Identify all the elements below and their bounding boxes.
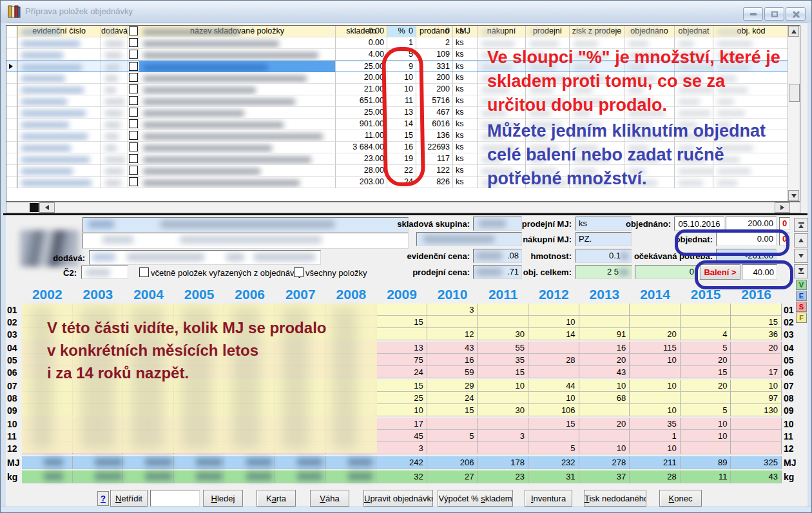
cell-nazev[interactable] <box>139 165 336 177</box>
scroll-right-button[interactable] <box>775 202 790 213</box>
row-selector[interactable] <box>6 26 17 37</box>
row-checkbox[interactable] <box>129 108 138 117</box>
cell-dodava[interactable] <box>101 61 128 72</box>
cell-dodava[interactable] <box>101 49 128 61</box>
scroll-down-button[interactable] <box>788 190 799 201</box>
row-checkbox[interactable] <box>129 177 138 186</box>
cell-skladem[interactable]: 23.00 <box>336 153 387 165</box>
cell-skladem[interactable]: 0.00 <box>336 26 387 37</box>
toolbar-button-7[interactable]: Inventura <box>525 490 572 507</box>
side-button-e[interactable]: E <box>796 291 807 301</box>
cell-nazev[interactable] <box>139 61 336 72</box>
cell-nazev[interactable] <box>139 37 336 49</box>
cell-dodava[interactable] <box>101 72 128 84</box>
excluded-items-checkbox[interactable] <box>139 267 149 277</box>
cell-prodano[interactable]: 0 <box>416 26 453 37</box>
cell-blurred[interactable] <box>624 26 675 37</box>
cell-evidencni-cislo[interactable] <box>17 72 101 84</box>
scroll-left-button[interactable] <box>39 202 55 213</box>
row-checkbox[interactable] <box>129 84 138 93</box>
help-button[interactable]: ? <box>97 491 109 506</box>
cell-blurred[interactable] <box>713 26 789 37</box>
cell-v[interactable] <box>128 72 139 84</box>
cell-mj[interactable]: ks <box>453 49 478 61</box>
cell-v[interactable] <box>128 130 139 142</box>
cell-skladem[interactable]: 25.00 <box>336 61 387 72</box>
row-checkbox[interactable] <box>129 119 138 128</box>
cell-v[interactable] <box>128 165 139 177</box>
grid-horizontal-scrollbar[interactable] <box>6 202 800 213</box>
cell-blurred[interactable] <box>675 26 713 37</box>
cell-skladem[interactable]: 203.00 <box>336 177 387 188</box>
cell-v[interactable] <box>128 177 139 188</box>
cell-skladem[interactable]: 21.00 <box>336 84 387 95</box>
cell-v[interactable] <box>128 26 139 37</box>
next-record-button[interactable] <box>794 249 808 263</box>
cell-evidencni-cislo[interactable] <box>17 84 101 95</box>
cell-mj[interactable]: ks <box>453 153 478 165</box>
last-record-button[interactable] <box>794 264 808 278</box>
cell-skladem[interactable]: 651.00 <box>336 95 387 107</box>
row-checkbox[interactable] <box>129 96 138 105</box>
cell-evidencni-cislo[interactable] <box>17 37 101 49</box>
cell-evidencni-cislo[interactable] <box>17 119 101 130</box>
search-input[interactable] <box>150 490 200 507</box>
maximize-button[interactable] <box>764 7 784 21</box>
c2-field[interactable] <box>81 266 128 279</box>
cell-skladem[interactable]: 4.00 <box>336 49 387 61</box>
cell-mj[interactable]: ks <box>453 119 478 130</box>
cell-v[interactable] <box>128 107 139 119</box>
splitter[interactable] <box>3 213 807 215</box>
toolbar-button-1[interactable]: Netřídit <box>110 490 148 507</box>
row-checkbox[interactable] <box>129 142 138 151</box>
cell-evidencni-cislo[interactable] <box>17 153 101 165</box>
cell-v[interactable] <box>128 37 139 49</box>
cell-nazev[interactable] <box>139 119 336 130</box>
cell-evidencni-cislo[interactable] <box>17 142 101 153</box>
cell-mj[interactable]: ks <box>453 130 478 142</box>
close-button[interactable] <box>786 7 806 21</box>
row-selector[interactable] <box>6 165 17 177</box>
cell-dodava[interactable] <box>101 107 128 119</box>
table-row[interactable]: 0.0000ks <box>6 26 789 37</box>
row-selector[interactable] <box>6 72 17 84</box>
cell-mj[interactable]: ks <box>453 84 478 95</box>
cell-v[interactable] <box>128 84 139 95</box>
row-selector[interactable] <box>6 107 17 119</box>
cell-dodava[interactable] <box>101 153 128 165</box>
cell-dodava[interactable] <box>101 37 128 49</box>
cell-evidencni-cislo[interactable] <box>17 165 101 177</box>
cell-mj[interactable]: ks <box>453 61 478 72</box>
row-selector[interactable] <box>6 130 17 142</box>
cell-skladem[interactable]: 25.00 <box>336 107 387 119</box>
cell-nazev[interactable] <box>139 142 336 153</box>
row-selector[interactable] <box>6 142 17 153</box>
cell-v[interactable] <box>128 49 139 61</box>
cell-blurred[interactable] <box>478 26 526 37</box>
cell-dodava[interactable] <box>101 26 128 37</box>
cell-nazev[interactable] <box>139 130 336 142</box>
side-button-v[interactable]: V <box>796 280 807 290</box>
objednano-date-field[interactable]: 05.10.2016 <box>674 217 724 231</box>
cell-evidencni-cislo[interactable] <box>17 49 101 61</box>
cell-v[interactable] <box>128 61 139 72</box>
first-record-button[interactable] <box>794 218 808 232</box>
cell-skladem[interactable]: 28.00 <box>336 165 387 177</box>
cell-nazev[interactable] <box>139 26 336 37</box>
row-selector[interactable] <box>6 95 17 107</box>
row-checkbox[interactable] <box>129 62 138 71</box>
title-bar[interactable]: Příprava položek objednávky <box>1 1 812 23</box>
cell-mj[interactable]: ks <box>453 142 478 153</box>
row-selector[interactable] <box>6 177 17 188</box>
cell-evidencni-cislo[interactable] <box>17 130 101 142</box>
prev-record-button[interactable] <box>794 233 808 247</box>
cell-v[interactable] <box>128 119 139 130</box>
toolbar-button-6[interactable]: Výpočet % skladem <box>438 490 513 507</box>
cell-v[interactable] <box>128 142 139 153</box>
cell-nazev[interactable] <box>139 107 336 119</box>
scroll-thumb[interactable] <box>789 84 800 102</box>
cell-dodava[interactable] <box>101 177 128 188</box>
cell-prodano[interactable]: 2 <box>416 37 453 49</box>
cell-nazev[interactable] <box>139 177 336 188</box>
row-checkbox[interactable] <box>129 26 138 35</box>
